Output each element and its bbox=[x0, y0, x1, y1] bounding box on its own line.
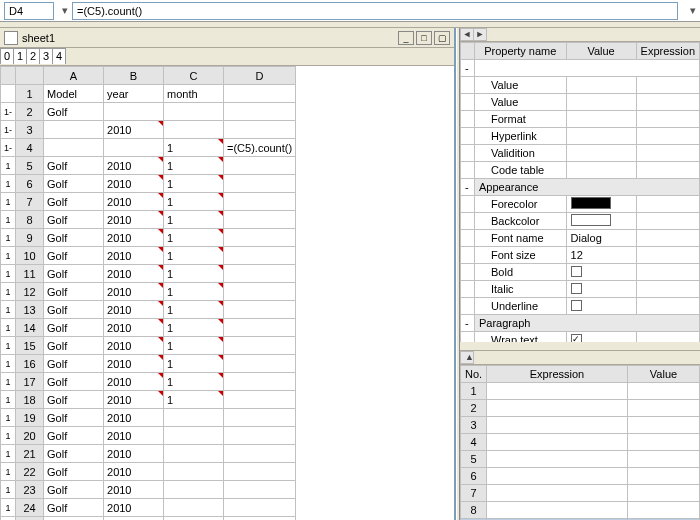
cell-C16[interactable]: 1 bbox=[164, 355, 224, 373]
cell-B2[interactable] bbox=[104, 103, 164, 121]
prop-name[interactable]: Value bbox=[475, 94, 567, 111]
cell-C4[interactable]: 1 bbox=[164, 139, 224, 157]
cell-B19[interactable]: 2010 bbox=[104, 409, 164, 427]
outline-cell[interactable]: 1 bbox=[1, 337, 16, 355]
cell-C2[interactable] bbox=[164, 103, 224, 121]
prop-value[interactable] bbox=[566, 145, 636, 162]
cell-C21[interactable] bbox=[164, 445, 224, 463]
cell-D20[interactable] bbox=[224, 427, 296, 445]
expr-row-6[interactable]: 6 bbox=[461, 468, 700, 485]
row-header-18[interactable]: 18 bbox=[16, 391, 44, 409]
cell-A5[interactable]: Golf bbox=[44, 157, 104, 175]
outline-cell[interactable]: 1 bbox=[1, 175, 16, 193]
prop-category[interactable]: Paragraph bbox=[475, 315, 700, 332]
cell-D16[interactable] bbox=[224, 355, 296, 373]
prop-header-expr[interactable]: Expression bbox=[636, 43, 699, 60]
cell-D6[interactable] bbox=[224, 175, 296, 193]
cell-A18[interactable]: Golf bbox=[44, 391, 104, 409]
cell-D17[interactable] bbox=[224, 373, 296, 391]
cell-B14[interactable]: 2010 bbox=[104, 319, 164, 337]
row-header-3[interactable]: 3 bbox=[16, 121, 44, 139]
prop-expr[interactable] bbox=[636, 128, 699, 145]
cell-B24[interactable]: 2010 bbox=[104, 499, 164, 517]
prop-name[interactable]: Hyperlink bbox=[475, 128, 567, 145]
cell-B23[interactable]: 2010 bbox=[104, 481, 164, 499]
outline-cell[interactable]: 1 bbox=[1, 301, 16, 319]
cell-A4[interactable] bbox=[44, 139, 104, 157]
cell-B18[interactable]: 2010 bbox=[104, 391, 164, 409]
cell-D23[interactable] bbox=[224, 481, 296, 499]
cell-D19[interactable] bbox=[224, 409, 296, 427]
cell-A6[interactable]: Golf bbox=[44, 175, 104, 193]
prop-name[interactable]: Value bbox=[475, 77, 567, 94]
row-header-13[interactable]: 13 bbox=[16, 301, 44, 319]
prop-value[interactable] bbox=[566, 332, 636, 343]
scroll-right-icon[interactable]: ► bbox=[473, 28, 487, 41]
cell-B25[interactable]: 2010 bbox=[104, 517, 164, 521]
prop-expr[interactable] bbox=[636, 264, 699, 281]
cell-D1[interactable] bbox=[224, 85, 296, 103]
cell-ref-dropdown-icon[interactable]: ▾ bbox=[58, 4, 72, 17]
cell-A25[interactable]: Golf bbox=[44, 517, 104, 521]
cell-A8[interactable]: Golf bbox=[44, 211, 104, 229]
cell-B22[interactable]: 2010 bbox=[104, 463, 164, 481]
cell-B1[interactable]: year bbox=[104, 85, 164, 103]
outline-cell[interactable]: 1 bbox=[1, 463, 16, 481]
expr-header-value[interactable]: Value bbox=[627, 366, 699, 383]
cell-A22[interactable]: Golf bbox=[44, 463, 104, 481]
cell-A21[interactable]: Golf bbox=[44, 445, 104, 463]
cell-A9[interactable]: Golf bbox=[44, 229, 104, 247]
cell-D21[interactable] bbox=[224, 445, 296, 463]
prop-value[interactable] bbox=[566, 298, 636, 315]
prop-name[interactable]: Code table bbox=[475, 162, 567, 179]
cell-D7[interactable] bbox=[224, 193, 296, 211]
row-header-21[interactable]: 21 bbox=[16, 445, 44, 463]
prop-name[interactable]: Wrap text bbox=[475, 332, 567, 343]
outline-cell[interactable]: 1- bbox=[1, 121, 16, 139]
prop-expr[interactable] bbox=[636, 94, 699, 111]
outline-tab-3[interactable]: 3 bbox=[39, 48, 53, 64]
row-header-10[interactable]: 10 bbox=[16, 247, 44, 265]
cell-D4[interactable]: =(C5).count() bbox=[224, 139, 296, 157]
col-header-B[interactable]: B bbox=[104, 67, 164, 85]
row-header-1[interactable]: 1 bbox=[16, 85, 44, 103]
prop-name[interactable]: Italic bbox=[475, 281, 567, 298]
cell-C19[interactable] bbox=[164, 409, 224, 427]
prop-expr[interactable] bbox=[636, 298, 699, 315]
outline-cell[interactable]: 1 bbox=[1, 517, 16, 521]
cell-A17[interactable]: Golf bbox=[44, 373, 104, 391]
cell-C7[interactable]: 1 bbox=[164, 193, 224, 211]
cell-B3[interactable]: 2010 bbox=[104, 121, 164, 139]
outline-cell[interactable]: 1 bbox=[1, 391, 16, 409]
prop-expr[interactable] bbox=[636, 247, 699, 264]
cell-C25[interactable] bbox=[164, 517, 224, 521]
prop-value[interactable] bbox=[566, 196, 636, 213]
cell-C6[interactable]: 1 bbox=[164, 175, 224, 193]
cell-A7[interactable]: Golf bbox=[44, 193, 104, 211]
cell-C5[interactable]: 1 bbox=[164, 157, 224, 175]
cell-A13[interactable]: Golf bbox=[44, 301, 104, 319]
outline-cell[interactable]: 1 bbox=[1, 499, 16, 517]
col-header-C[interactable]: C bbox=[164, 67, 224, 85]
prop-category[interactable]: Appearance bbox=[475, 179, 700, 196]
prop-header-value[interactable]: Value bbox=[566, 43, 636, 60]
prop-expr[interactable] bbox=[636, 332, 699, 343]
property-grid[interactable]: Property nameValueExpression-ValueValueF… bbox=[460, 42, 700, 342]
prop-expr[interactable] bbox=[636, 281, 699, 298]
prop-expr[interactable] bbox=[636, 111, 699, 128]
prop-value[interactable] bbox=[566, 162, 636, 179]
outline-cell[interactable]: 1 bbox=[1, 427, 16, 445]
cell-B16[interactable]: 2010 bbox=[104, 355, 164, 373]
outline-cell[interactable]: 1- bbox=[1, 103, 16, 121]
cell-C10[interactable]: 1 bbox=[164, 247, 224, 265]
cell-C17[interactable]: 1 bbox=[164, 373, 224, 391]
outline-cell[interactable]: 1 bbox=[1, 211, 16, 229]
outline-cell[interactable]: 1 bbox=[1, 409, 16, 427]
prop-expr[interactable] bbox=[636, 145, 699, 162]
outline-cell[interactable]: 1 bbox=[1, 481, 16, 499]
outline-tab-0[interactable]: 0 bbox=[0, 48, 14, 64]
prop-value[interactable] bbox=[566, 213, 636, 230]
row-header-22[interactable]: 22 bbox=[16, 463, 44, 481]
cell-A3[interactable] bbox=[44, 121, 104, 139]
outline-cell[interactable]: 1 bbox=[1, 283, 16, 301]
